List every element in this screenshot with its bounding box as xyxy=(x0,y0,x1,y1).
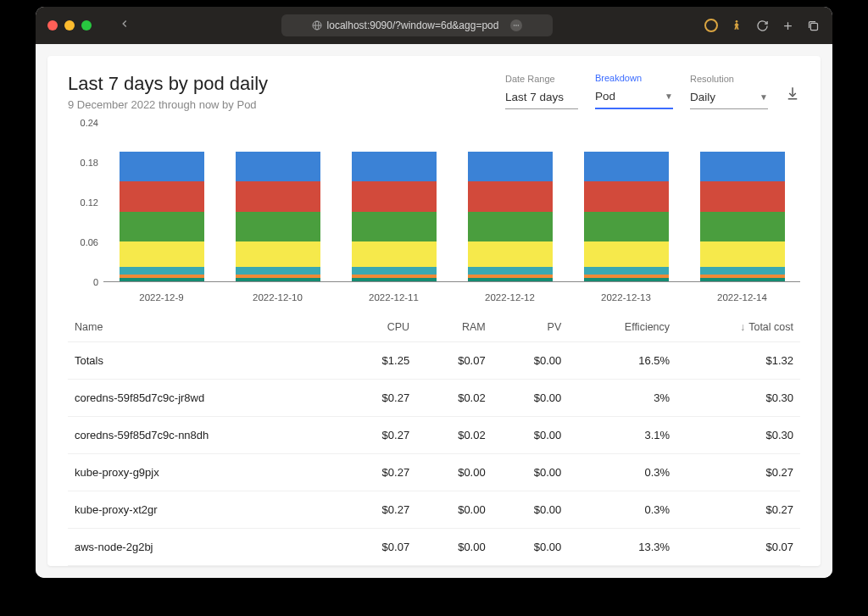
table-row[interactable]: aws-node-2g2bj$0.07$0.00$0.0013.3%$0.07 xyxy=(68,529,800,566)
svg-point-5 xyxy=(518,25,520,26)
bar-segment xyxy=(352,181,437,212)
y-tick: 0.18 xyxy=(81,158,98,168)
stacked-bar[interactable] xyxy=(352,152,437,281)
column-header[interactable]: RAM xyxy=(416,313,492,342)
bar-slot xyxy=(111,140,212,281)
cell-cpu: $0.27 xyxy=(341,491,417,529)
cell-name: coredns-59f85d7c9c-nn8dh xyxy=(68,417,341,454)
cell-eff: 13.3% xyxy=(568,529,676,566)
maximize-window-button[interactable] xyxy=(81,20,92,31)
close-window-button[interactable] xyxy=(47,20,58,31)
bar-segment xyxy=(352,241,437,268)
stacked-bar[interactable] xyxy=(468,152,553,281)
controls: Date Range Last 7 days Breakdown Pod▼ Re… xyxy=(505,73,800,109)
cell-eff: 16.5% xyxy=(568,342,676,380)
breakdown-label: Breakdown xyxy=(595,73,673,83)
bar-segment xyxy=(584,267,669,274)
table-row[interactable]: Totals$1.25$0.07$0.0016.5%$1.32 xyxy=(68,342,800,380)
reload-icon[interactable] xyxy=(754,18,770,33)
bar-slot xyxy=(227,140,328,281)
stacked-bar[interactable] xyxy=(236,152,320,281)
date-range-select[interactable]: Date Range Last 7 days xyxy=(505,74,578,109)
y-tick: 0.24 xyxy=(81,118,98,128)
column-header[interactable]: CPU xyxy=(341,313,417,342)
x-tick-label: 2022-12-10 xyxy=(227,292,328,302)
resolution-select[interactable]: Resolution Daily▼ xyxy=(690,74,768,109)
cell-pv: $0.00 xyxy=(492,342,569,380)
cost-chart: 00.060.120.180.24 xyxy=(68,130,800,282)
chevron-down-icon: ▼ xyxy=(665,92,673,101)
x-tick-label: 2022-12-12 xyxy=(459,292,560,302)
reader-icon[interactable] xyxy=(510,19,522,31)
new-tab-icon[interactable] xyxy=(780,18,795,33)
url-text: localhost:9090/?window=6d&agg=pod xyxy=(327,19,499,31)
cell-cpu: $0.27 xyxy=(341,454,417,491)
cell-ram: $0.00 xyxy=(416,491,492,529)
cell-pv: $0.00 xyxy=(492,529,569,566)
download-button[interactable] xyxy=(785,86,800,109)
table-row[interactable]: kube-proxy-xt2gr$0.27$0.00$0.000.3%$0.27 xyxy=(68,491,800,529)
bar-segment xyxy=(236,278,320,281)
bar-segment xyxy=(236,267,320,274)
cell-eff: 3.1% xyxy=(568,417,676,454)
page-title: Last 7 days by pod daily xyxy=(68,73,268,95)
bar-segment xyxy=(700,241,785,268)
panel-header: Last 7 days by pod daily 9 December 2022… xyxy=(68,73,800,111)
back-button[interactable] xyxy=(119,18,131,33)
table-row[interactable]: coredns-59f85d7c9c-jr8wd$0.27$0.02$0.003… xyxy=(68,380,800,417)
cell-name: kube-proxy-xt2gr xyxy=(68,491,341,529)
svg-rect-9 xyxy=(810,23,817,30)
extension-coin-icon[interactable] xyxy=(704,18,719,33)
bar-segment xyxy=(120,152,204,181)
browser-window: localhost:9090/?window=6d&agg=pod xyxy=(36,7,832,578)
title-bar: localhost:9090/?window=6d&agg=pod xyxy=(36,7,832,44)
resolution-label: Resolution xyxy=(690,74,768,84)
url-bar[interactable]: localhost:9090/?window=6d&agg=pod xyxy=(281,14,553,36)
column-header[interactable]: PV xyxy=(492,313,569,342)
bar-segment xyxy=(700,152,785,181)
cell-pv: $0.00 xyxy=(492,454,569,491)
cell-total: $0.30 xyxy=(676,380,800,417)
bar-segment xyxy=(700,212,785,241)
table-row[interactable]: coredns-59f85d7c9c-nn8dh$0.27$0.02$0.003… xyxy=(68,417,800,454)
table-row[interactable]: kube-proxy-g9pjx$0.27$0.00$0.000.3%$0.27 xyxy=(68,454,800,491)
extension-run-icon[interactable] xyxy=(729,18,744,33)
cell-name: coredns-59f85d7c9c-jr8wd xyxy=(68,380,341,417)
cell-total: $0.07 xyxy=(676,529,800,566)
column-header[interactable]: ↓Total cost xyxy=(676,313,800,342)
cell-eff: 0.3% xyxy=(568,491,676,529)
cell-cpu: $0.27 xyxy=(341,417,417,454)
cell-ram: $0.07 xyxy=(416,342,492,380)
stacked-bar[interactable] xyxy=(584,152,669,281)
sort-descending-icon: ↓ xyxy=(740,321,745,333)
column-header[interactable]: Name xyxy=(68,313,341,342)
stacked-bar[interactable] xyxy=(120,152,204,281)
bar-segment xyxy=(468,241,553,268)
cell-name: Totals xyxy=(68,342,341,380)
traffic-lights xyxy=(47,20,92,31)
bar-segment xyxy=(236,152,320,181)
svg-point-6 xyxy=(736,20,738,23)
y-tick: 0 xyxy=(93,277,98,287)
chart-plot xyxy=(103,130,800,282)
bar-slot xyxy=(343,140,444,281)
tabs-overview-icon[interactable] xyxy=(805,18,821,33)
page-subtitle: 9 December 2022 through now by Pod xyxy=(68,98,268,111)
globe-icon xyxy=(312,20,322,31)
stacked-bar[interactable] xyxy=(700,152,785,281)
cell-name: kube-proxy-g9pjx xyxy=(68,454,341,491)
cell-cpu: $1.25 xyxy=(341,342,417,380)
cell-eff: 3% xyxy=(568,380,676,417)
chevron-down-icon: ▼ xyxy=(760,92,768,102)
minimize-window-button[interactable] xyxy=(64,20,75,31)
bar-segment xyxy=(236,212,320,241)
column-header[interactable]: Efficiency xyxy=(568,313,676,342)
cell-ram: $0.00 xyxy=(416,454,492,491)
bar-segment xyxy=(700,278,785,281)
cell-pv: $0.00 xyxy=(492,417,569,454)
date-range-label: Date Range xyxy=(505,74,578,84)
bar-segment xyxy=(120,181,204,212)
breakdown-select[interactable]: Breakdown Pod▼ xyxy=(595,73,673,109)
cell-pv: $0.00 xyxy=(492,380,569,417)
svg-point-3 xyxy=(514,25,515,26)
